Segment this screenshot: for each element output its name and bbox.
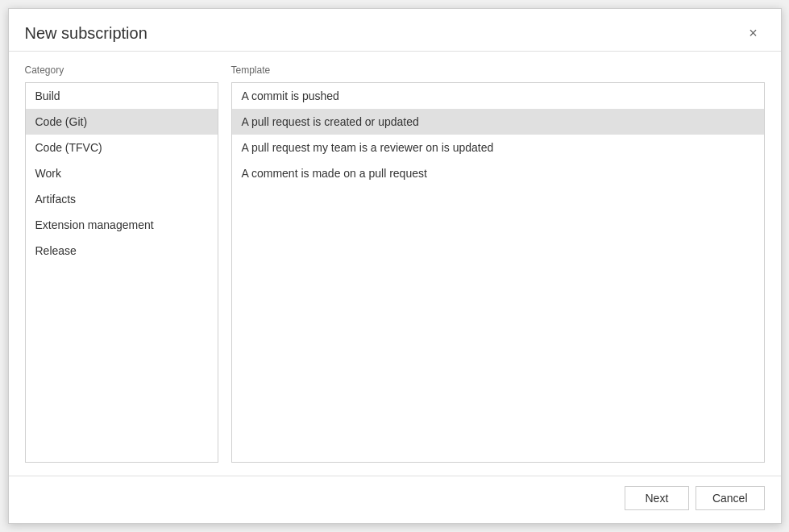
template-item-pull-request-reviewer[interactable]: A pull request my team is a reviewer on … bbox=[232, 135, 764, 160]
dialog-title: New subscription bbox=[25, 24, 147, 43]
template-column-label: Template bbox=[231, 64, 765, 76]
cancel-button[interactable]: Cancel bbox=[696, 486, 765, 510]
category-item-build[interactable]: Build bbox=[26, 83, 218, 109]
column-headers: Category Template bbox=[25, 64, 765, 76]
template-item-comment-pull-request[interactable]: A comment is made on a pull request bbox=[232, 160, 764, 186]
category-item-artifacts[interactable]: Artifacts bbox=[26, 186, 218, 212]
close-button[interactable]: × bbox=[742, 22, 765, 44]
category-item-code-tfvc[interactable]: Code (TFVC) bbox=[26, 135, 218, 160]
lists-container: BuildCode (Git)Code (TFVC)WorkArtifactsE… bbox=[25, 82, 765, 463]
dialog-footer: Next Cancel bbox=[9, 476, 781, 523]
next-button[interactable]: Next bbox=[625, 486, 689, 510]
category-column-label: Category bbox=[25, 64, 218, 76]
dialog-body: Category Template BuildCode (Git)Code (T… bbox=[9, 52, 781, 476]
template-list: A commit is pushedA pull request is crea… bbox=[231, 82, 765, 463]
category-item-work[interactable]: Work bbox=[26, 160, 218, 186]
category-item-extension-management[interactable]: Extension management bbox=[26, 212, 218, 238]
template-item-pull-request-created[interactable]: A pull request is created or updated bbox=[232, 109, 764, 135]
category-list: BuildCode (Git)Code (TFVC)WorkArtifactsE… bbox=[25, 82, 218, 463]
new-subscription-dialog: New subscription × Category Template Bui… bbox=[8, 8, 782, 524]
dialog-header: New subscription × bbox=[9, 9, 781, 52]
template-item-commit-pushed[interactable]: A commit is pushed bbox=[232, 83, 764, 109]
category-item-release[interactable]: Release bbox=[26, 238, 218, 264]
category-item-code-git[interactable]: Code (Git) bbox=[26, 109, 218, 135]
